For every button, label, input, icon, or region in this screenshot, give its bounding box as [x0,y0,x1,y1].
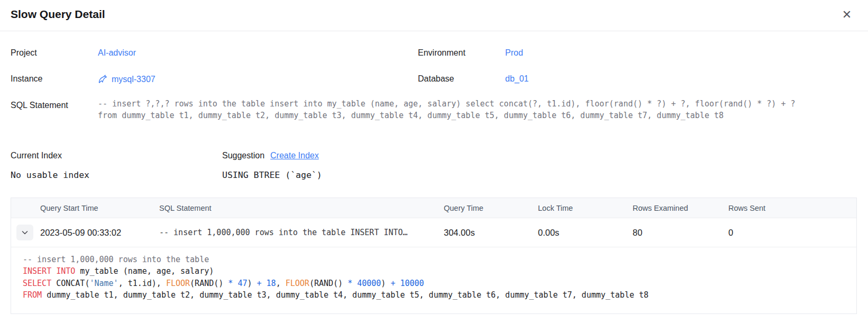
instance-link[interactable]: mysql-3307 [112,75,156,84]
suggestion-row: Suggestion Create Index [222,151,319,160]
table-row: 2023-05-09 00:33:02 -- insert 1,000,000 … [11,218,856,247]
column-header-query-start-time: Query Start Time [40,204,159,212]
close-button[interactable]: ✕ [838,6,855,23]
column-header-rows-examined: Rows Examined [633,204,728,212]
cell-rows-examined: 80 [633,228,728,238]
chevron-down-icon [21,229,29,236]
instance-label: Instance [11,74,42,84]
column-header-lock-time: Lock Time [538,204,633,212]
close-icon: ✕ [842,8,852,21]
environment-label: Environment [418,48,465,58]
slow-query-table: Query Start Time SQL Statement Query Tim… [11,198,857,314]
column-header-query-time: Query Time [444,204,538,212]
suggestion-label: Suggestion [222,151,264,160]
suggestion-value: USING BTREE (`age`) [222,170,322,180]
instance-field: mysql-3307 [98,74,156,84]
cell-lock-time: 0.00s [538,228,633,238]
create-index-link[interactable]: Create Index [270,151,319,160]
column-header-rows-sent: Rows Sent [728,204,856,212]
expanded-sql-block: -- insert 1,000,000 rows into the tableI… [11,247,856,301]
project-label: Project [11,48,37,58]
table-header-row: Query Start Time SQL Statement Query Tim… [11,198,856,218]
current-index-value: No usable index [11,170,89,180]
cell-rows-sent: 0 [728,228,856,238]
project-link[interactable]: AI-advisor [98,48,136,58]
mysql-dolphin-icon [98,74,108,84]
sql-statement-text: -- insert ?,?,? rows into the table inse… [98,99,812,121]
cell-sql-statement: -- insert 1,000,000 rows into the table … [159,228,444,237]
database-label: Database [418,74,454,84]
page-title: Slow Query Detail [11,8,105,21]
expand-row-button[interactable] [16,225,33,240]
database-link[interactable]: db_01 [505,74,529,84]
cell-query-start-time: 2023-05-09 00:33:02 [40,228,159,238]
current-index-label: Current Index [11,151,62,160]
sql-statement-label: SQL Statement [11,101,68,110]
header-divider [0,31,868,31]
cell-query-time: 304.00s [444,228,538,238]
environment-link[interactable]: Prod [505,48,523,58]
column-header-sql-statement: SQL Statement [159,204,444,212]
